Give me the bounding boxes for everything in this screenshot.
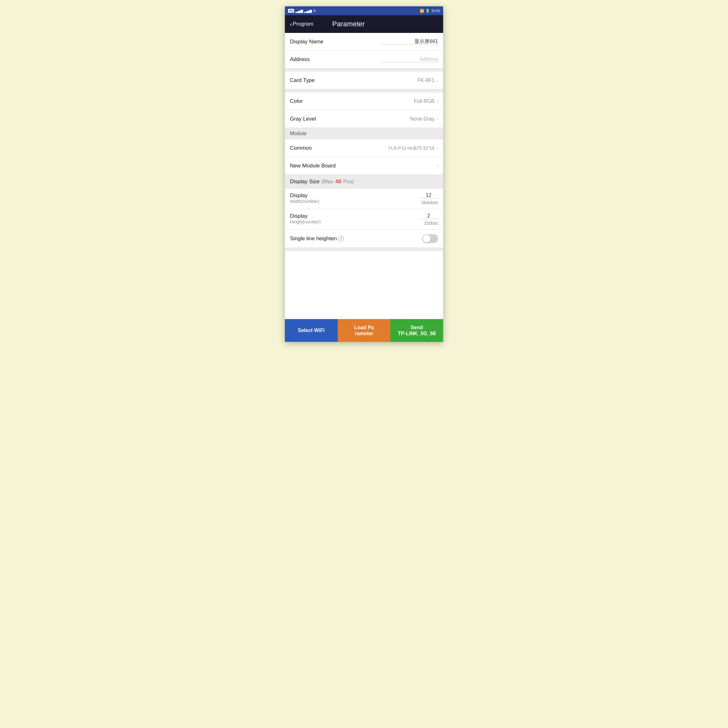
display-size-number: 48 (335, 179, 341, 185)
display-height-right: 32dots (419, 213, 438, 226)
nav-bar: ‹ Program Parameter (285, 15, 443, 33)
new-module-board-chevron-icon: › (436, 163, 438, 169)
display-width-dots: 384dots (421, 200, 438, 205)
display-size-header: Display Size (Max 48 Pcs) (285, 175, 443, 189)
color-row[interactable]: Color Full RGB › (285, 92, 443, 110)
send-button[interactable]: SendTP-LINK_5G_68 (390, 319, 443, 342)
display-width-right: 384dots (419, 193, 438, 205)
common-value: YLR-P10 HUB75 32*16 (388, 145, 434, 151)
time-display: 10:00 (431, 9, 440, 13)
send-label: SendTP-LINK_5G_68 (398, 324, 436, 336)
display-name-input[interactable] (381, 38, 438, 44)
wifi-icon: 📶 (420, 9, 424, 13)
display-height-sublabel: Height(number) (290, 219, 321, 225)
display-name-label: Display Name (290, 38, 323, 45)
color-value-container: Full RGB › (414, 98, 438, 104)
address-label: Address (290, 57, 310, 63)
single-line-label: Single line heighten (290, 236, 337, 242)
display-width-label-stack: Display Width(number) (290, 193, 320, 204)
page-title: Parameter (332, 20, 365, 28)
status-bar: HD ▂▄▆ ▂▄▆ ⇅ 📶 🔋 10:00 (285, 6, 443, 15)
display-size-label: Display Size (290, 179, 320, 185)
single-line-row: Single line heighten i (285, 230, 443, 248)
back-chevron-icon: ‹ (290, 21, 292, 28)
gray-level-value-container: None Gray › (410, 116, 438, 122)
content-area: Display Name Address Card Type FK-8F1 › … (285, 33, 443, 319)
card-type-value-container: FK-8F1 › (418, 78, 438, 83)
divider-bottom (285, 248, 443, 251)
back-button[interactable]: ‹ Program (290, 21, 314, 28)
display-name-row: Display Name (285, 33, 443, 50)
gray-level-row[interactable]: Gray Level None Gray › (285, 110, 443, 128)
single-line-toggle[interactable] (422, 234, 438, 243)
display-size-pcs-label: Pcs) (343, 179, 354, 185)
color-chevron-icon: › (436, 98, 438, 104)
card-type-label: Card Type (290, 77, 315, 84)
signal-icon-2: ▂▄▆ (304, 9, 312, 13)
battery-icon: 🔋 (425, 9, 430, 13)
phone-frame: HD ▂▄▆ ▂▄▆ ⇅ 📶 🔋 10:00 ‹ Program Paramet… (285, 6, 443, 342)
select-wifi-button[interactable]: Select WiFi (285, 319, 338, 342)
card-type-chevron-icon: › (436, 78, 438, 83)
common-value-container: YLR-P10 HUB75 32*16 › (388, 145, 438, 151)
module-section-label: Module (290, 131, 306, 136)
display-width-label: Display (290, 193, 320, 199)
info-icon[interactable]: i (338, 236, 344, 242)
hd-badge: HD (288, 9, 294, 13)
data-icon: ⇅ (313, 9, 316, 13)
new-module-board-row[interactable]: New Module Board › (285, 157, 443, 175)
divider-2 (285, 89, 443, 92)
common-row[interactable]: Common YLR-P10 HUB75 32*16 › (285, 139, 443, 157)
display-width-input[interactable] (419, 193, 438, 199)
display-height-label-stack: Display Height(number) (290, 213, 321, 225)
toggle-knob (423, 235, 430, 242)
gray-level-label: Gray Level (290, 116, 316, 122)
back-label: Program (293, 21, 314, 27)
address-row: Address (285, 50, 443, 68)
display-width-sublabel: Width(number) (290, 199, 320, 204)
common-label: Common (290, 145, 312, 151)
address-input[interactable] (381, 57, 438, 62)
bottom-bar: Select WiFi Load Parameter SendTP-LINK_5… (285, 319, 443, 342)
display-height-input[interactable] (419, 213, 438, 219)
module-section-header: Module (285, 128, 443, 139)
gray-level-chevron-icon: › (436, 116, 438, 122)
color-label: Color (290, 98, 303, 104)
card-type-row[interactable]: Card Type FK-8F1 › (285, 72, 443, 89)
display-height-dots: 32dots (424, 220, 438, 226)
color-value: Full RGB (414, 98, 434, 104)
gray-level-value: None Gray (410, 116, 434, 122)
card-type-value: FK-8F1 (418, 78, 434, 83)
new-module-board-label: New Module Board (290, 163, 336, 169)
status-left: HD ▂▄▆ ▂▄▆ ⇅ (288, 9, 316, 13)
single-line-label-container: Single line heighten i (290, 236, 344, 242)
signal-icon: ▂▄▆ (295, 9, 303, 13)
display-size-max-label: (Max (321, 179, 333, 185)
status-right: 📶 🔋 10:00 (420, 9, 440, 13)
display-width-row: Display Width(number) 384dots (285, 189, 443, 209)
load-parameter-button[interactable]: Load Parameter (338, 319, 391, 342)
load-parameter-label: Load Parameter (354, 324, 374, 336)
display-height-row: Display Height(number) 32dots (285, 209, 443, 230)
common-chevron-icon: › (436, 145, 438, 151)
display-height-label: Display (290, 213, 321, 219)
divider-1 (285, 68, 443, 72)
